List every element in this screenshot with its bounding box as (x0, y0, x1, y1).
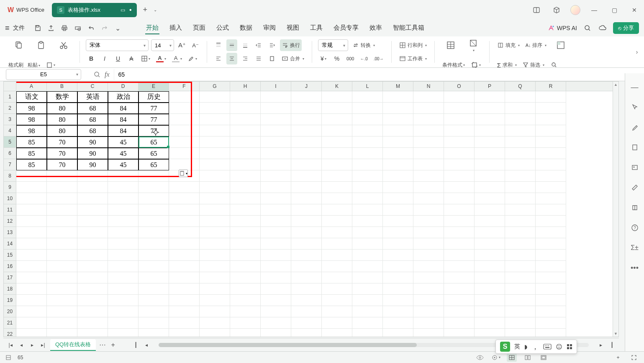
cell[interactable] (77, 272, 108, 283)
row-header[interactable]: 19 (4, 295, 16, 306)
export-icon[interactable] (46, 23, 56, 33)
cell[interactable]: 77 (139, 114, 169, 125)
cell[interactable] (230, 272, 261, 283)
cell[interactable] (230, 204, 261, 216)
cell[interactable] (77, 170, 108, 182)
cell[interactable] (108, 227, 139, 238)
cell[interactable] (475, 272, 505, 283)
close-button[interactable]: ✕ (628, 4, 641, 16)
cell[interactable] (169, 250, 200, 261)
percent-icon[interactable]: % (331, 53, 342, 64)
cell[interactable] (169, 227, 200, 238)
cell[interactable] (16, 193, 47, 204)
cell[interactable]: 65 (139, 159, 169, 170)
cell[interactable] (200, 193, 230, 204)
row-header[interactable]: 5 (4, 136, 16, 148)
cell[interactable] (536, 261, 566, 272)
bold-icon[interactable]: B (86, 53, 97, 64)
cell[interactable]: 98 (16, 103, 47, 114)
cell[interactable] (322, 103, 352, 114)
cell[interactable] (139, 216, 169, 227)
cell[interactable] (200, 114, 230, 125)
cell[interactable] (47, 250, 77, 261)
cell[interactable]: 65 (139, 136, 169, 148)
cell[interactable] (352, 182, 383, 193)
font-size-select[interactable]: 14 (151, 39, 174, 51)
tab-smart-tools[interactable]: 智能工具箱 (392, 22, 425, 34)
cell[interactable] (230, 238, 261, 250)
cell[interactable] (47, 306, 77, 317)
more-tools-icon[interactable]: ••• (629, 263, 640, 273)
eye-icon[interactable] (475, 353, 485, 362)
cell[interactable]: 80 (47, 114, 77, 125)
new-tab-button[interactable]: + (140, 5, 150, 15)
cell[interactable] (47, 272, 77, 283)
cell[interactable] (108, 204, 139, 216)
cell[interactable] (108, 317, 139, 329)
cell[interactable] (139, 204, 169, 216)
cell[interactable] (505, 306, 536, 317)
cell[interactable] (352, 238, 383, 250)
cell[interactable] (230, 283, 261, 295)
cell[interactable] (413, 103, 444, 114)
cell[interactable] (505, 103, 536, 114)
cell[interactable] (291, 306, 322, 317)
cell[interactable] (505, 283, 536, 295)
ime-keyboard-icon[interactable] (543, 344, 552, 350)
cell[interactable] (230, 250, 261, 261)
cursor-tool-icon[interactable] (629, 102, 640, 113)
cell[interactable] (261, 261, 291, 272)
row-header[interactable]: 17 (4, 272, 16, 283)
cell[interactable] (536, 136, 566, 148)
cell[interactable] (475, 250, 505, 261)
cell[interactable] (47, 182, 77, 193)
row-header[interactable]: 1 (4, 91, 16, 103)
cell[interactable] (200, 283, 230, 295)
cell[interactable] (383, 159, 413, 170)
cell[interactable] (77, 329, 108, 337)
cell[interactable] (77, 283, 108, 295)
cell[interactable] (352, 193, 383, 204)
row-header[interactable]: 11 (4, 204, 16, 216)
cell[interactable] (16, 272, 47, 283)
cell[interactable] (261, 103, 291, 114)
cell[interactable] (16, 317, 47, 329)
row-header[interactable]: 10 (4, 193, 16, 204)
cell[interactable] (536, 317, 566, 329)
tab-formula[interactable]: 公式 (216, 22, 230, 34)
cells-area[interactable]: 语文数学英语政治历史988068847798806884779880688477… (16, 91, 613, 337)
cell[interactable] (291, 329, 322, 337)
cell[interactable] (230, 317, 261, 329)
cell[interactable] (444, 159, 475, 170)
cell[interactable] (383, 272, 413, 283)
cell[interactable] (383, 295, 413, 306)
cell[interactable] (230, 306, 261, 317)
column-header[interactable]: P (475, 82, 505, 91)
search-icon[interactable] (583, 23, 592, 33)
cube-icon[interactable] (550, 4, 563, 16)
hscroll-end-icon[interactable]: ┃ (608, 341, 616, 349)
cell[interactable] (322, 250, 352, 261)
cell[interactable] (230, 182, 261, 193)
cell[interactable] (444, 91, 475, 103)
ime-comma-icon[interactable]: ， (531, 342, 539, 352)
cell[interactable] (169, 193, 200, 204)
cell[interactable] (261, 227, 291, 238)
cell[interactable] (230, 114, 261, 125)
cell[interactable] (230, 103, 261, 114)
cell[interactable]: 70 (47, 136, 77, 148)
font-name-select[interactable]: 宋体 (86, 39, 149, 51)
align-left-icon[interactable] (213, 53, 224, 64)
cell[interactable]: 77 (139, 125, 169, 136)
cell[interactable] (139, 250, 169, 261)
cell[interactable] (475, 204, 505, 216)
column-header[interactable]: R (536, 82, 566, 91)
column-header[interactable]: G (200, 82, 230, 91)
cell[interactable] (475, 91, 505, 103)
cell[interactable] (108, 283, 139, 295)
cell[interactable] (444, 261, 475, 272)
row-header[interactable]: 14 (4, 238, 16, 250)
cell[interactable] (536, 204, 566, 216)
cell[interactable] (444, 148, 475, 159)
cell[interactable] (536, 295, 566, 306)
